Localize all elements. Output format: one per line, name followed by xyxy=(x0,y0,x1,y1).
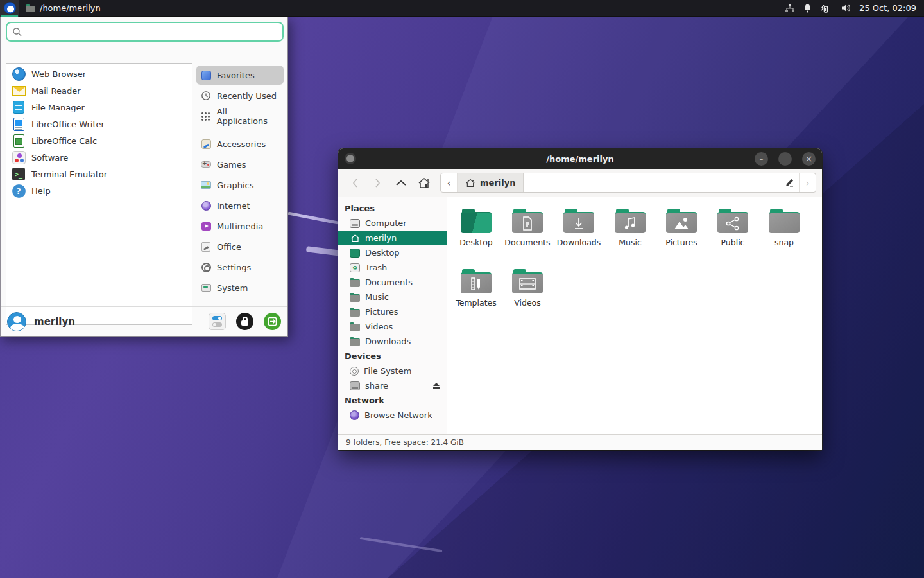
calc-icon xyxy=(12,134,26,148)
search-box[interactable] xyxy=(6,22,284,42)
devices-header: Devices xyxy=(338,349,447,363)
category-favorites[interactable]: Favorites xyxy=(196,66,284,85)
office-icon xyxy=(201,241,211,252)
clock-icon xyxy=(201,91,211,101)
category-games[interactable]: Games xyxy=(196,155,284,174)
computer-icon xyxy=(350,219,360,228)
app-item-help[interactable]: ? Help xyxy=(6,182,192,199)
breadcrumb-merilyn[interactable]: merilyn xyxy=(458,173,524,192)
battery-charging-icon[interactable] xyxy=(820,3,833,13)
log-out-button[interactable] xyxy=(264,313,281,330)
category-recently-used[interactable]: Recently Used xyxy=(196,86,284,105)
up-icon xyxy=(395,180,407,186)
folder-snap[interactable]: snap xyxy=(758,204,810,264)
window-menu-button[interactable] xyxy=(345,153,356,164)
folder-templates[interactable]: Templates xyxy=(450,264,502,324)
pictures-folder-icon xyxy=(666,209,697,233)
sidebar-item-pictures[interactable]: Pictures xyxy=(338,304,447,319)
desktop-folder-icon xyxy=(350,249,360,258)
taskbar-window-button[interactable]: /home/merilyn xyxy=(19,0,107,17)
category-office[interactable]: Office xyxy=(196,237,284,256)
eject-button[interactable] xyxy=(432,383,440,389)
volume-icon[interactable] xyxy=(841,3,851,13)
up-button[interactable] xyxy=(390,173,412,193)
folder-downloads[interactable]: Downloads xyxy=(553,204,604,264)
sidebar-item-videos[interactable]: Videos xyxy=(338,319,447,334)
user-avatar[interactable] xyxy=(7,312,26,331)
applications-menu-button[interactable] xyxy=(0,0,19,17)
home-button[interactable] xyxy=(413,173,435,193)
desktop-folder-icon xyxy=(461,209,492,233)
category-accessories[interactable]: Accessories xyxy=(196,134,284,153)
app-item-web-browser[interactable]: Web Browser xyxy=(6,66,192,82)
minimize-button[interactable]: – xyxy=(755,152,768,166)
favorites-icon xyxy=(201,70,211,80)
sidebar-item-documents[interactable]: Documents xyxy=(338,275,447,290)
category-graphics[interactable]: Graphics xyxy=(196,175,284,195)
all-settings-button[interactable] xyxy=(209,313,226,330)
sidebar-item-merilyn[interactable]: merilyn xyxy=(338,231,447,245)
app-item-libreoffice-calc[interactable]: LibreOffice Calc xyxy=(6,132,192,149)
window-titlebar[interactable]: /home/merilyn – × xyxy=(338,148,822,169)
back-icon xyxy=(352,178,358,188)
window-title: /home/merilyn xyxy=(338,154,822,164)
folder-desktop[interactable]: Desktop xyxy=(450,204,502,264)
clock[interactable]: 25 Oct, 02:09 xyxy=(859,3,916,13)
category-system[interactable]: System xyxy=(196,278,284,297)
category-all-applications[interactable]: All Applications xyxy=(196,107,284,126)
path-bar[interactable]: ‹ merilyn › xyxy=(440,173,816,193)
system-tray: 25 Oct, 02:09 xyxy=(785,3,924,13)
public-folder-icon xyxy=(717,209,748,233)
path-scroll-right-button[interactable]: › xyxy=(799,173,816,192)
path-scroll-left-button[interactable]: ‹ xyxy=(441,173,458,192)
sidebar-item-browse-network[interactable]: Browse Network xyxy=(338,408,447,423)
home-icon xyxy=(465,179,475,188)
downloads-folder-icon xyxy=(563,209,594,233)
folder-music[interactable]: Music xyxy=(604,204,656,264)
logout-icon xyxy=(268,317,277,326)
web-browser-icon xyxy=(12,67,26,81)
sidebar-item-share[interactable]: share xyxy=(338,378,447,393)
home-icon xyxy=(418,177,431,189)
taskbar-window-label: /home/merilyn xyxy=(40,3,101,13)
network-icon[interactable] xyxy=(785,3,795,13)
places-header: Places xyxy=(338,201,447,216)
mail-icon xyxy=(12,83,26,98)
play-icon xyxy=(201,221,211,231)
category-multimedia[interactable]: Multimedia xyxy=(196,216,284,236)
app-item-terminal[interactable]: >_ Terminal Emulator xyxy=(6,166,192,182)
file-icon-view[interactable]: Desktop Documents Downloads xyxy=(447,197,822,434)
lock-screen-button[interactable] xyxy=(236,313,253,330)
folder-public[interactable]: Public xyxy=(707,204,758,264)
sidebar-item-downloads[interactable]: Downloads xyxy=(338,334,447,349)
folder-icon xyxy=(350,308,360,317)
sidebar-item-music[interactable]: Music xyxy=(338,290,447,304)
app-item-file-manager[interactable]: File Manager xyxy=(6,99,192,116)
edit-path-button[interactable] xyxy=(780,173,799,192)
folder-videos[interactable]: Videos xyxy=(502,264,553,324)
maximize-button[interactable] xyxy=(778,152,792,166)
category-internet[interactable]: Internet xyxy=(196,196,284,215)
category-settings[interactable]: Settings xyxy=(196,258,284,277)
help-icon: ? xyxy=(12,184,26,198)
sidebar-item-desktop[interactable]: Desktop xyxy=(338,245,447,260)
app-item-libreoffice-writer[interactable]: LibreOffice Writer xyxy=(6,116,192,132)
sidebar-item-computer[interactable]: Computer xyxy=(338,216,447,231)
app-item-software[interactable]: Software xyxy=(6,149,192,166)
sidebar-item-trash[interactable]: ♻ Trash xyxy=(338,260,447,275)
gamepad-icon xyxy=(201,159,211,170)
folder-pictures[interactable]: Pictures xyxy=(656,204,707,264)
forward-button[interactable] xyxy=(367,173,389,193)
system-icon xyxy=(201,283,211,293)
search-input[interactable] xyxy=(26,27,277,37)
app-item-mail-reader[interactable]: Mail Reader xyxy=(6,82,192,99)
sidebar-item-file-system[interactable]: File System xyxy=(338,363,447,378)
places-sidebar: Places Computer merilyn Desktop ♻ xyxy=(338,197,447,434)
folder-documents[interactable]: Documents xyxy=(502,204,553,264)
close-button[interactable]: × xyxy=(802,152,816,166)
folder-icon xyxy=(350,278,360,287)
back-button[interactable] xyxy=(344,173,366,193)
network-header: Network xyxy=(338,393,447,408)
file-manager-window: /home/merilyn – × ‹ xyxy=(338,148,822,450)
notifications-bell-icon[interactable] xyxy=(803,3,812,13)
